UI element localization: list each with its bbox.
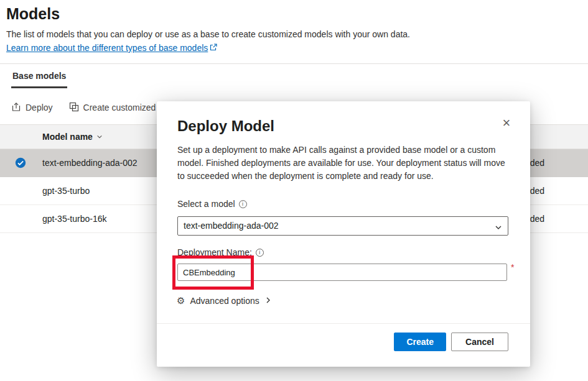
model-name-header-label: Model name [42, 125, 93, 149]
row-selected-check-icon[interactable] [15, 157, 26, 168]
dialog-divider [157, 323, 530, 324]
dialog-title: Deploy Model [177, 117, 274, 135]
model-name-cell: gpt-35-turbo-16k [42, 205, 107, 233]
deploy-icon [11, 102, 21, 114]
model-name-cell: text-embedding-ada-002 [42, 149, 138, 177]
advanced-options-button[interactable]: ⚙ Advanced options [177, 295, 272, 306]
model-dropdown-value: text-embedding-ada-002 [184, 217, 279, 235]
page-title: Models [6, 5, 60, 23]
create-customized-icon [69, 102, 79, 114]
deployment-name-input[interactable] [177, 264, 507, 281]
dialog-footer: Create Cancel [394, 333, 508, 351]
learn-more-link[interactable]: Learn more about the different types of … [6, 43, 217, 53]
required-asterisk: * [511, 262, 514, 272]
info-icon[interactable]: i [256, 249, 264, 257]
info-icon[interactable]: i [239, 200, 247, 208]
chevron-right-icon [264, 296, 272, 306]
page-subtitle: The list of models that you can deploy o… [6, 29, 410, 39]
deployment-name-label: Deployment Name: i [177, 247, 264, 257]
learn-more-label: Learn more about the different types of … [6, 43, 208, 53]
deploy-model-dialog: Deploy Model × Set up a deployment to ma… [157, 101, 530, 367]
tab-base-models[interactable]: Base models [11, 71, 67, 88]
gear-icon: ⚙ [177, 295, 185, 306]
sort-chevron-icon [96, 125, 103, 149]
model-name-cell: gpt-35-turbo [42, 177, 90, 205]
close-icon: × [503, 115, 511, 131]
create-button[interactable]: Create [394, 333, 446, 351]
table-header-model-name[interactable]: Model name [42, 125, 103, 149]
chevron-down-icon [495, 223, 502, 234]
select-model-label: Select a model i [177, 199, 247, 209]
cancel-button[interactable]: Cancel [451, 333, 508, 351]
select-model-label-text: Select a model [177, 199, 235, 209]
external-link-icon [210, 43, 217, 53]
advanced-options-label: Advanced options [190, 296, 259, 306]
header-divider [0, 63, 588, 64]
deploy-label: Deploy [26, 103, 53, 112]
model-dropdown[interactable]: text-embedding-ada-002 [177, 216, 508, 236]
dialog-description: Set up a deployment to make API calls ag… [177, 144, 513, 183]
close-button[interactable]: × [498, 115, 515, 132]
deploy-button[interactable]: Deploy [11, 102, 53, 114]
deployment-name-label-text: Deployment Name: [177, 247, 252, 257]
